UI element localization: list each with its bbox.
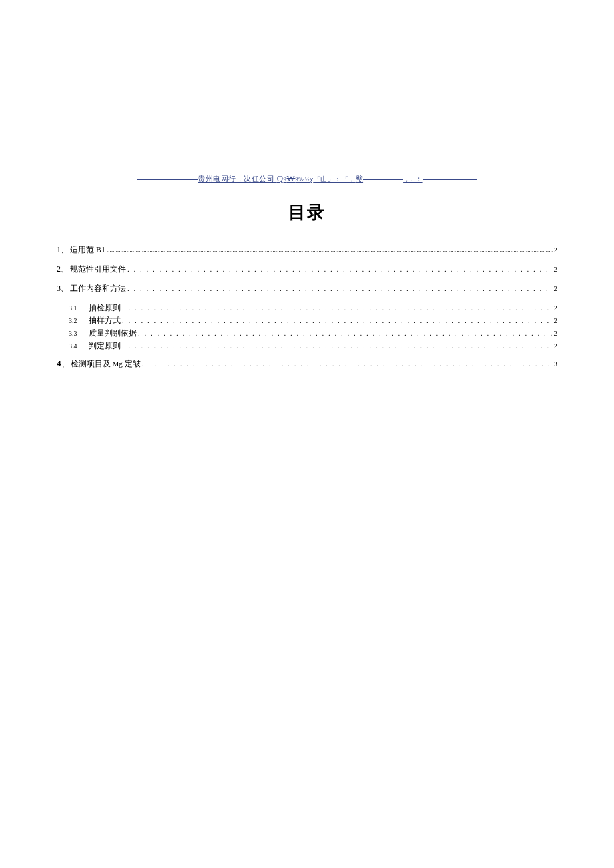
toc-leader: ........................................… xyxy=(107,247,552,253)
toc-sub-entry: 3.2 抽样方式 . . . . . . . . . . . . . . . .… xyxy=(57,315,557,326)
header-line: 贵州电网行，决任公司 Q9W3‰½ɣ「山」：「，璧，. ： xyxy=(57,173,557,184)
header-bi: 璧 xyxy=(356,175,364,183)
toc-num-sep: 、 xyxy=(61,359,69,368)
header-tail: ，. ： xyxy=(403,175,423,183)
toc-sub-entry: 3.3 质量判别依据 . . . . . . . . . . . . . . .… xyxy=(57,328,557,339)
toc-page: 3 xyxy=(554,360,558,368)
toc-label: 适用范 B1 xyxy=(70,244,105,256)
toc-label-b: 定皱 xyxy=(123,359,141,368)
toc-num: 1、 xyxy=(57,244,69,256)
toc-sub-num: 3.3 xyxy=(69,330,89,337)
rule-right xyxy=(423,179,477,180)
toc-page: 2 xyxy=(554,342,558,350)
toc-num: 2、 xyxy=(57,264,69,275)
toc-leader: . . . . . . . . . . . . . . . . . . . . … xyxy=(122,304,553,312)
toc-label-a: 检测项目及 xyxy=(71,359,113,368)
toc-sub-group: 3.1 抽检原则 . . . . . . . . . . . . . . . .… xyxy=(57,302,557,352)
toc-num: 3、 xyxy=(57,283,69,294)
toc-label-mg: Mg xyxy=(113,360,123,368)
toc-label: 工作内容和方法 xyxy=(70,283,126,294)
toc-sub-entry: 3.1 抽检原则 . . . . . . . . . . . . . . . .… xyxy=(57,302,557,314)
toc-entry-2: 2、 规范性引用文件 . . . . . . . . . . . . . . .… xyxy=(57,264,557,275)
toc-sub-label: 质量判别依据 xyxy=(89,328,137,339)
toc-page: 2 xyxy=(554,329,558,337)
rule-mid xyxy=(363,179,403,180)
toc-sub-label: 抽检原则 xyxy=(89,302,121,314)
toc-leader: . . . . . . . . . . . . . . . . . . . . … xyxy=(142,360,553,368)
toc-entry-4: 4、 检测项目及 Mg 定皱 . . . . . . . . . . . . .… xyxy=(57,358,557,370)
toc-leader: . . . . . . . . . . . . . . . . . . . . … xyxy=(138,329,553,337)
header-w: W xyxy=(287,173,296,183)
toc-sub-num: 3.2 xyxy=(69,317,89,324)
toc-leader: . . . . . . . . . . . . . . . . . . . . … xyxy=(127,284,553,292)
toc-label: 规范性引用文件 xyxy=(70,264,126,275)
toc-sub-label: 抽样方式 xyxy=(89,315,121,326)
toc-label: 检测项目及 Mg 定皱 xyxy=(71,358,141,370)
toc-entry-1: 1、 适用范 B1 ..............................… xyxy=(57,244,557,256)
toc-page: 2 xyxy=(554,304,558,312)
toc-leader: . . . . . . . . . . . . . . . . . . . . … xyxy=(122,316,553,324)
rule-left xyxy=(137,179,198,180)
page-title: 目录 xyxy=(57,201,557,224)
header-sub: 3‰½ɣ xyxy=(295,176,313,183)
header-text-a: 贵州电网行，决任公司 xyxy=(198,175,276,183)
toc-page: 2 xyxy=(554,284,558,292)
document-page: 贵州电网行，决任公司 Q9W3‰½ɣ「山」：「，璧，. ： 目录 1、 适用范 … xyxy=(57,173,557,378)
toc-sub-num: 3.1 xyxy=(69,304,89,312)
header-q: Q xyxy=(277,173,284,183)
toc-sub-entry: 3.4 判定原则 . . . . . . . . . . . . . . . .… xyxy=(57,340,557,352)
toc-leader: . . . . . . . . . . . . . . . . . . . . … xyxy=(122,342,553,350)
header-bracket: 「山」：「， xyxy=(314,175,356,183)
toc-page: 2 xyxy=(554,316,558,324)
toc-entry-3: 3、 工作内容和方法 . . . . . . . . . . . . . . .… xyxy=(57,283,557,294)
toc-sub-label: 判定原则 xyxy=(89,340,121,352)
toc-sub-num: 3.4 xyxy=(69,342,89,350)
toc-page: 2 xyxy=(554,246,558,254)
toc-page: 2 xyxy=(554,265,558,273)
toc-leader: . . . . . . . . . . . . . . . . . . . . … xyxy=(127,265,553,273)
toc-num: 4、 xyxy=(57,358,69,370)
